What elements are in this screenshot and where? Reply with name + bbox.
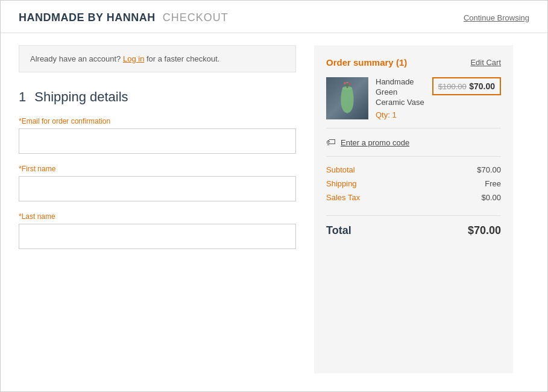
promo-link[interactable]: Enter a promo code	[341, 138, 409, 147]
qty-value: 1	[392, 110, 396, 119]
tax-value: $0.00	[481, 193, 501, 202]
order-item: Handmade Green Ceramic Vase Qty: 1 $100.…	[326, 77, 501, 128]
last-name-label: *Last name	[19, 212, 296, 221]
first-name-input[interactable]	[19, 176, 296, 201]
tax-label: Sales Tax	[326, 193, 360, 202]
page-wrapper: HANDMADE BY HANNAH CHECKOUT Continue Bro…	[0, 0, 548, 392]
svg-point-6	[348, 83, 351, 85]
svg-point-4	[344, 82, 346, 84]
main-content: Already have an account? Log in for a fa…	[1, 33, 547, 391]
sale-price: $70.00	[469, 81, 495, 91]
total-label: Total	[326, 224, 351, 237]
item-qty: Qty: 1	[376, 110, 425, 119]
header: HANDMADE BY HANNAH CHECKOUT Continue Bro…	[1, 1, 547, 33]
order-summary-title: Order summary (1)	[326, 57, 407, 68]
item-details: Handmade Green Ceramic Vase Qty: 1	[376, 77, 425, 119]
order-summary-panel: Order summary (1) Edit Cart	[314, 45, 513, 373]
shipping-row: Shipping Free	[326, 179, 501, 188]
subtotal-value: $70.00	[477, 165, 501, 174]
item-image-inner	[326, 77, 368, 119]
item-name: Handmade Green Ceramic Vase	[376, 77, 425, 108]
last-name-field-group: *Last name	[19, 212, 296, 249]
section-header: 1 Shipping details	[19, 89, 296, 105]
email-label: *Email for order confirmation	[19, 117, 296, 125]
price-box: $100.00 $70.00	[432, 77, 501, 95]
vase-illustration	[335, 82, 359, 115]
account-notice-text-before: Already have an account?	[30, 54, 121, 63]
original-price: $100.00	[438, 82, 467, 91]
promo-section: 🏷 Enter a promo code	[326, 137, 501, 157]
shipping-value: Free	[485, 179, 501, 188]
tag-icon: 🏷	[326, 137, 336, 148]
shipping-label: Shipping	[326, 179, 357, 188]
account-notice-text-after: for a faster checkout.	[146, 54, 219, 63]
checkout-label: CHECKOUT	[163, 11, 228, 24]
summary-rows: Subtotal $70.00 Shipping Free Sales Tax …	[326, 165, 501, 216]
total-value: $70.00	[468, 224, 501, 237]
subtotal-label: Subtotal	[326, 165, 355, 174]
section-number: 1	[19, 89, 26, 105]
edit-cart-link[interactable]: Edit Cart	[470, 58, 501, 67]
item-image	[326, 77, 368, 119]
continue-browsing-link[interactable]: Continue Browsing	[464, 13, 529, 22]
svg-point-5	[346, 82, 348, 83]
order-summary-header: Order summary (1) Edit Cart	[326, 57, 501, 68]
login-link[interactable]: Log in	[123, 54, 144, 63]
total-row: Total $70.00	[326, 224, 501, 237]
subtotal-row: Subtotal $70.00	[326, 165, 501, 174]
left-column: Already have an account? Log in for a fa…	[19, 45, 296, 373]
tax-row: Sales Tax $0.00	[326, 193, 501, 202]
first-name-label: *First name	[19, 165, 296, 173]
brand-name: HANDMADE BY HANNAH	[19, 11, 156, 24]
header-left: HANDMADE BY HANNAH CHECKOUT	[19, 11, 228, 24]
section-title-text: Shipping details	[34, 89, 128, 105]
last-name-input[interactable]	[19, 224, 296, 249]
account-notice-banner: Already have an account? Log in for a fa…	[19, 45, 296, 72]
qty-label: Qty:	[376, 110, 390, 119]
item-price: $100.00 $70.00	[432, 77, 501, 95]
email-input[interactable]	[19, 128, 296, 154]
first-name-field-group: *First name	[19, 165, 296, 201]
email-field-group: *Email for order confirmation	[19, 117, 296, 154]
